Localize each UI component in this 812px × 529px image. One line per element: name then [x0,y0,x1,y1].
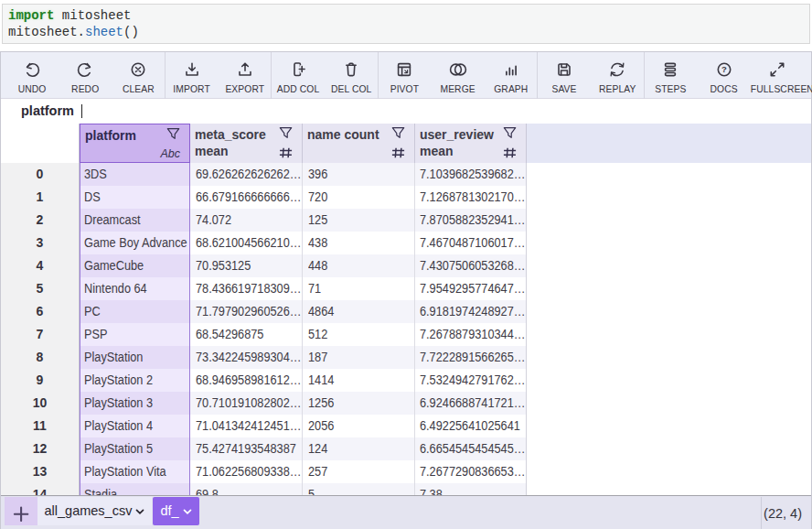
svg-text:?: ? [721,64,727,74]
